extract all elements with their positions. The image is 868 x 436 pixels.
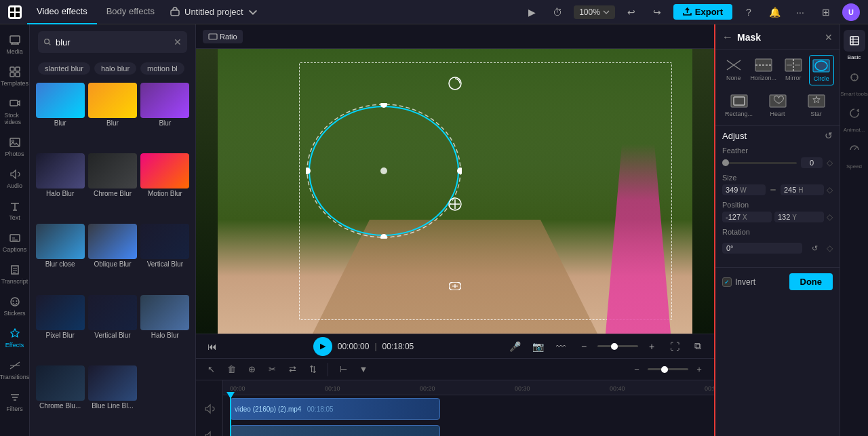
sidebar-item-templates[interactable]: Templates xyxy=(2,62,28,91)
mask-type-circle[interactable]: Circle xyxy=(809,55,835,85)
rvtab-animate[interactable] xyxy=(844,102,865,124)
layout-btn[interactable]: ⊞ xyxy=(816,3,835,22)
rotation-reset-btn[interactable]: ↺ xyxy=(805,239,824,258)
waveform-btn[interactable]: 〰 xyxy=(551,337,570,356)
position-y-box[interactable]: 132 Y xyxy=(774,212,824,222)
undo-btn[interactable]: ↩ xyxy=(622,3,641,22)
sidebar-item-transitions[interactable]: Transitions xyxy=(2,355,28,384)
sidebar-item-photos[interactable]: Photos xyxy=(2,132,28,161)
sidebar-item-captions[interactable]: Captions xyxy=(2,228,28,257)
filter-tag-0[interactable]: slanted blur xyxy=(38,62,90,75)
redo-btn[interactable]: ↪ xyxy=(648,3,667,22)
video-clip[interactable]: video (2160p) (2).mp4 00:18:05 xyxy=(230,398,440,420)
tl-flip-h-btn[interactable]: ⇄ xyxy=(284,361,300,378)
zoom-in-btn[interactable]: + xyxy=(642,337,661,356)
project-name-btn[interactable]: Untitled project xyxy=(170,7,258,18)
sidebar-item-media[interactable]: Media xyxy=(2,30,28,59)
mask-type-horizontal[interactable]: Horizon... xyxy=(749,55,778,85)
tab-video-effects[interactable]: Video effects xyxy=(27,0,97,24)
list-item[interactable]: Blur xyxy=(140,83,190,151)
mask-type-heart[interactable]: Heart xyxy=(760,91,795,120)
rvtab-smart[interactable] xyxy=(844,66,865,88)
zoom-slider-thumb[interactable] xyxy=(611,343,618,350)
notification-btn[interactable]: 🔔 xyxy=(765,3,784,22)
tl-more-btn[interactable]: ▼ xyxy=(355,361,372,378)
sidebar-item-audio[interactable]: Audio xyxy=(2,164,28,193)
timeline-playhead[interactable] xyxy=(230,395,231,436)
invert-checkbox[interactable]: ✓ xyxy=(722,277,732,287)
filter-tag-2[interactable]: motion bl xyxy=(140,62,184,75)
tl-delete-btn[interactable]: 🗑 xyxy=(223,361,239,378)
tl-select-btn[interactable]: ↖ xyxy=(203,361,219,378)
invert-checkbox-group[interactable]: ✓ Invert xyxy=(722,277,755,287)
prev-frame-btn[interactable]: ⏮ xyxy=(203,337,222,356)
zoom-out-btn[interactable]: − xyxy=(574,337,593,356)
tl-zoom-in[interactable]: + xyxy=(691,361,707,378)
list-item[interactable]: Blur xyxy=(87,83,137,151)
zoom-control[interactable]: 100% xyxy=(574,5,615,19)
mic-btn[interactable]: 🎤 xyxy=(505,337,524,356)
rotation-handle-icon[interactable] xyxy=(448,76,462,91)
tl-flip-v-btn[interactable]: ⇅ xyxy=(304,361,321,378)
mask-type-rectangle[interactable]: Rectang... xyxy=(721,91,757,120)
list-item[interactable]: Chrome Blur xyxy=(87,153,137,221)
play-pause-btn[interactable]: ▶ xyxy=(313,337,332,356)
mask-back-btn[interactable]: ← xyxy=(722,31,733,43)
fullscreen-btn[interactable]: ⛶ xyxy=(665,337,684,356)
tab-body-effects[interactable]: Body effects xyxy=(97,0,164,24)
size-height-box[interactable]: 245 H xyxy=(781,184,824,195)
list-item[interactable]: Halo Blur xyxy=(35,153,85,221)
sidebar-item-text[interactable]: Text xyxy=(2,196,28,225)
list-item[interactable]: Motion Blur xyxy=(140,153,190,221)
ratio-button[interactable]: Ratio xyxy=(203,30,243,43)
mask-type-none[interactable]: None xyxy=(721,55,746,85)
feather-value[interactable]: 0 xyxy=(801,157,823,168)
list-item[interactable]: Blur xyxy=(35,83,85,151)
list-item[interactable]: Chrome Blu... xyxy=(35,365,85,433)
move-handle-icon[interactable] xyxy=(448,197,462,212)
position-x-box[interactable]: -127 X xyxy=(722,212,772,222)
filter-tag-1[interactable]: halo blur xyxy=(94,62,136,75)
sidebar-item-stock[interactable]: Stock videos xyxy=(2,94,28,130)
sidebar-item-transcript[interactable]: Transcript xyxy=(2,260,28,289)
tl-dup-btn[interactable]: ⊕ xyxy=(243,361,260,378)
rvtab-speed[interactable] xyxy=(844,139,865,161)
mask-type-mirror[interactable]: Mirror xyxy=(781,55,806,85)
sidebar-item-stickers[interactable]: Stickers xyxy=(2,292,28,321)
tl-zoom-out[interactable]: − xyxy=(629,361,645,378)
help-btn[interactable]: ? xyxy=(739,3,758,22)
scale-handle-icon[interactable] xyxy=(449,282,461,290)
export-button[interactable]: Export xyxy=(673,4,732,20)
size-width-box[interactable]: 349 W xyxy=(722,184,766,195)
list-item[interactable]: Blue Line Bl... xyxy=(87,365,137,433)
list-item[interactable]: Vertical Blur xyxy=(87,295,137,363)
feather-keyframe-btn[interactable]: ◇ xyxy=(827,158,833,167)
more-btn[interactable]: ··· xyxy=(791,3,810,22)
list-item[interactable]: Halo Blur xyxy=(140,295,190,363)
done-button[interactable]: Done xyxy=(789,273,833,290)
search-input[interactable] xyxy=(56,37,170,47)
app-logo[interactable] xyxy=(8,5,22,19)
search-box[interactable]: ✕ xyxy=(38,31,187,53)
timer-icon[interactable]: ⏱ xyxy=(548,3,567,22)
size-keyframe-btn[interactable]: ◇ xyxy=(827,185,833,195)
pip-btn[interactable]: ⧉ xyxy=(688,337,707,356)
list-item[interactable]: Oblique Blur xyxy=(87,224,137,292)
rvtab-basic[interactable] xyxy=(844,30,865,52)
audio-clip[interactable] xyxy=(230,425,440,436)
rotation-value-box[interactable]: 0° xyxy=(722,243,802,254)
sidebar-item-effects[interactable]: Effects xyxy=(2,323,28,353)
tl-split-btn[interactable]: ⊢ xyxy=(335,361,351,378)
timeline-zoom-slider[interactable] xyxy=(648,368,688,370)
mask-close-btn[interactable]: ✕ xyxy=(825,32,833,43)
mask-type-star[interactable]: Star xyxy=(798,91,834,120)
sidebar-item-filters[interactable]: Filters xyxy=(2,387,28,416)
camera-btn[interactable]: 📷 xyxy=(528,337,547,356)
play-icon[interactable]: ▶ xyxy=(522,3,541,22)
rotation-keyframe-btn[interactable]: ◇ xyxy=(827,243,833,253)
playback-zoom-slider[interactable] xyxy=(597,345,638,347)
feather-slider[interactable] xyxy=(722,162,797,164)
position-keyframe-btn[interactable]: ◇ xyxy=(827,212,833,222)
list-item[interactable]: Vertical Blur xyxy=(140,224,190,292)
list-item[interactable]: Blur close xyxy=(35,224,85,292)
